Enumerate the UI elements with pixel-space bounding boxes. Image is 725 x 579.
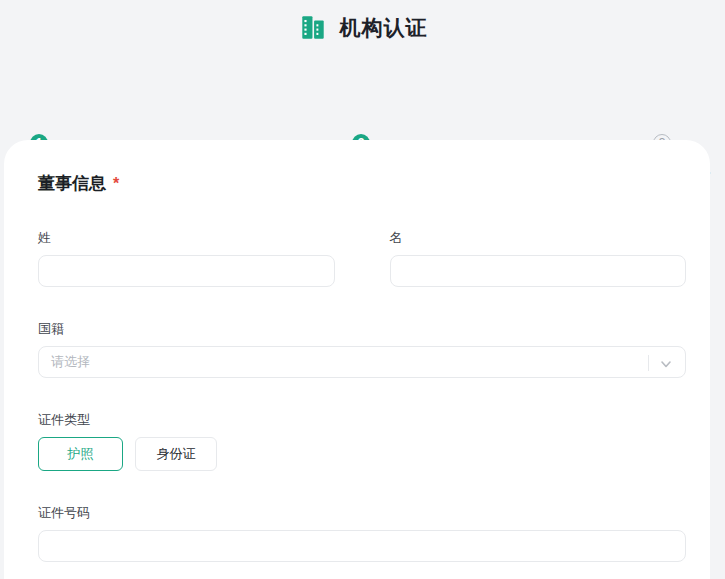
name-row: 姓 名 <box>38 229 686 287</box>
first-name-input[interactable] <box>390 255 687 287</box>
first-name-field: 名 <box>390 229 687 287</box>
institution-verification-page: 机构认证 1 公司信息 2 认证董事 3 认证最终受益人 董事信息* 姓 名 <box>0 0 725 579</box>
page-title: 机构认证 <box>340 14 428 42</box>
nationality-label: 国籍 <box>38 320 686 338</box>
last-name-input[interactable] <box>38 255 335 287</box>
last-name-label: 姓 <box>38 229 335 247</box>
section-title: 董事信息* <box>38 172 686 195</box>
stepper: 1 公司信息 2 认证董事 3 认证最终受益人 <box>0 60 725 120</box>
last-name-field: 姓 <box>38 229 335 287</box>
page-header: 机构认证 <box>0 0 725 46</box>
buildings-icon <box>298 13 328 43</box>
chevron-down-icon <box>660 356 672 374</box>
id-number-input[interactable] <box>38 530 686 562</box>
select-placeholder: 请选择 <box>51 353 90 371</box>
id-number-field: 证件号码 <box>38 504 686 562</box>
id-type-options: 护照 身份证 <box>38 437 686 471</box>
nationality-select[interactable]: 请选择 <box>38 346 686 378</box>
first-name-label: 名 <box>390 229 687 247</box>
id-number-label: 证件号码 <box>38 504 686 522</box>
director-form-card: 董事信息* 姓 名 国籍 请选择 <box>4 140 710 579</box>
id-type-field: 证件类型 护照 身份证 <box>38 411 686 471</box>
id-type-idcard-button[interactable]: 身份证 <box>135 437 217 471</box>
nationality-field: 国籍 请选择 <box>38 320 686 378</box>
select-divider <box>648 355 649 371</box>
section-title-text: 董事信息 <box>38 174 106 193</box>
id-type-passport-button[interactable]: 护照 <box>38 437 123 471</box>
required-asterisk: * <box>113 175 119 192</box>
id-type-label: 证件类型 <box>38 411 686 429</box>
